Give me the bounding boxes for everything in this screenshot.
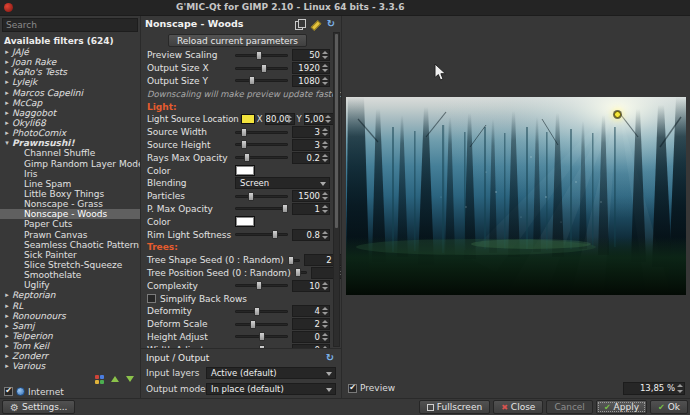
slider-handle[interactable] <box>272 230 278 239</box>
close-button[interactable]: ✖ Close <box>493 400 543 414</box>
filter-category[interactable]: ▸Reptorian <box>0 290 140 300</box>
param-spinbox[interactable]: 50 <box>292 49 330 61</box>
spin-down-icon[interactable] <box>322 159 328 162</box>
internet-toggle[interactable]: ✔ Internet <box>0 385 140 398</box>
reload-parameters-button[interactable]: Reload current parameters <box>168 34 307 47</box>
spin-up-icon[interactable] <box>322 77 328 80</box>
spinbox-arrows[interactable] <box>321 64 328 72</box>
expand-all-button[interactable] <box>109 374 120 384</box>
apply-button[interactable]: ✔ Apply <box>596 400 647 414</box>
cancel-button[interactable]: Cancel <box>546 400 593 414</box>
param-slider[interactable] <box>295 267 307 278</box>
param-spinbox[interactable]: 0 <box>292 344 330 348</box>
spin-down-icon[interactable] <box>286 120 292 123</box>
filter-category[interactable]: ▸JAJé <box>0 47 140 57</box>
param-spinbox[interactable]: 80,00 <box>265 113 295 125</box>
param-slider[interactable] <box>235 191 288 202</box>
param-slider[interactable] <box>235 229 288 240</box>
param-spinbox[interactable]: 0.8 <box>292 229 330 241</box>
param-slider[interactable] <box>235 127 288 138</box>
param-slider[interactable] <box>235 306 288 317</box>
spinbox-arrows[interactable] <box>286 115 293 123</box>
io-reset-button[interactable]: ↻ <box>324 352 336 363</box>
point-color-swatch[interactable] <box>241 114 255 124</box>
edit-filter-button[interactable] <box>309 18 321 29</box>
slider-handle[interactable] <box>241 128 247 137</box>
spinbox-arrows[interactable] <box>321 333 328 341</box>
spin-down-icon[interactable] <box>325 120 331 123</box>
spin-up-icon[interactable] <box>322 282 328 285</box>
param-slider[interactable] <box>235 331 288 342</box>
param-slider[interactable] <box>235 75 288 86</box>
spin-up-icon[interactable] <box>322 128 328 131</box>
filter-item[interactable]: Seamless Chaotic Pattern <box>0 240 140 250</box>
filter-category[interactable]: ▸PhotoComix <box>0 128 140 138</box>
spinbox-arrows[interactable] <box>321 51 328 59</box>
filter-item[interactable]: Uglify <box>0 280 140 290</box>
spinbox-arrows[interactable] <box>321 128 328 136</box>
slider-handle[interactable] <box>259 345 265 348</box>
preview-image[interactable] <box>346 97 686 295</box>
spin-down-icon[interactable] <box>322 338 328 341</box>
parameters-scrollbar[interactable] <box>333 32 340 347</box>
param-combobox[interactable]: Screen <box>235 177 330 189</box>
param-spinbox[interactable]: 1080 <box>292 75 330 87</box>
slider-handle[interactable] <box>249 76 255 85</box>
output-mode-select[interactable]: In place (default) <box>206 383 336 395</box>
zoom-spinbox[interactable]: 13,85 % <box>623 382 685 395</box>
param-slider[interactable] <box>235 319 288 330</box>
param-spinbox[interactable]: 3 <box>292 139 330 151</box>
filter-category[interactable]: ▸Marcos Capelini <box>0 88 140 98</box>
scrollbar-thumb[interactable] <box>335 34 338 228</box>
settings-button[interactable]: ⚙ Settings... <box>2 400 75 414</box>
filter-item[interactable]: Smoothelate <box>0 270 140 280</box>
search-input[interactable] <box>2 18 138 32</box>
internet-checkbox[interactable]: ✔ <box>4 387 13 396</box>
slider-handle[interactable] <box>288 256 294 265</box>
spinbox-arrows[interactable] <box>325 115 332 123</box>
spin-up-icon[interactable] <box>322 154 328 157</box>
input-layers-select[interactable]: Active (default) <box>206 367 336 379</box>
filter-category[interactable]: ▸KaRo's Tests <box>0 67 140 77</box>
filter-item[interactable]: Paper Cuts <box>0 219 140 229</box>
spin-down-icon[interactable] <box>322 197 328 200</box>
spinbox-arrows[interactable] <box>321 282 328 290</box>
spin-up-icon[interactable] <box>340 269 341 272</box>
param-slider[interactable] <box>235 63 288 74</box>
filter-item[interactable]: Nonscape - Grass <box>0 199 140 209</box>
slider-handle[interactable] <box>250 320 256 329</box>
param-slider[interactable] <box>235 203 288 214</box>
filter-item[interactable]: Line Spam <box>0 179 140 189</box>
param-spinbox[interactable]: 0 <box>292 331 330 343</box>
filter-category[interactable]: ▸Naggobot <box>0 108 140 118</box>
spin-down-icon[interactable] <box>322 312 328 315</box>
spin-up-icon[interactable] <box>325 115 331 118</box>
param-spinbox[interactable]: 10 <box>292 280 330 292</box>
filter-category[interactable]: ▸Telperion <box>0 331 140 341</box>
spin-down-icon[interactable] <box>322 287 328 290</box>
filter-category[interactable]: ▸McCap <box>0 98 140 108</box>
spin-up-icon[interactable] <box>322 64 328 67</box>
spinbox-arrows[interactable] <box>321 154 328 162</box>
spin-down-icon[interactable] <box>322 82 328 85</box>
spin-up-icon[interactable] <box>322 192 328 195</box>
param-slider[interactable] <box>235 280 288 291</box>
filter-category[interactable]: ▸Okyli68 <box>0 118 140 128</box>
filter-category[interactable]: ▸RL <box>0 301 140 311</box>
param-spinbox[interactable]: 1920 <box>292 62 330 74</box>
slider-handle[interactable] <box>259 332 265 341</box>
light-source-marker[interactable] <box>614 111 621 118</box>
filter-category[interactable]: ▸Various <box>0 361 140 371</box>
spin-up-icon[interactable] <box>322 333 328 336</box>
param-spinbox[interactable]: 5,00 <box>304 113 334 125</box>
filter-item[interactable]: Gimp Random Layer Modes <box>0 159 140 169</box>
param-checkbox[interactable] <box>147 294 156 303</box>
spin-up-icon[interactable] <box>322 51 328 54</box>
spin-up-icon[interactable] <box>322 307 328 310</box>
param-spinbox[interactable]: 0.2 <box>292 152 330 164</box>
spin-up-icon[interactable] <box>322 141 328 144</box>
filter-category[interactable]: ▸Lylejk <box>0 77 140 87</box>
filter-category[interactable]: ▸Zonderr <box>0 351 140 361</box>
spin-down-icon[interactable] <box>322 56 328 59</box>
slider-handle[interactable] <box>256 281 262 290</box>
